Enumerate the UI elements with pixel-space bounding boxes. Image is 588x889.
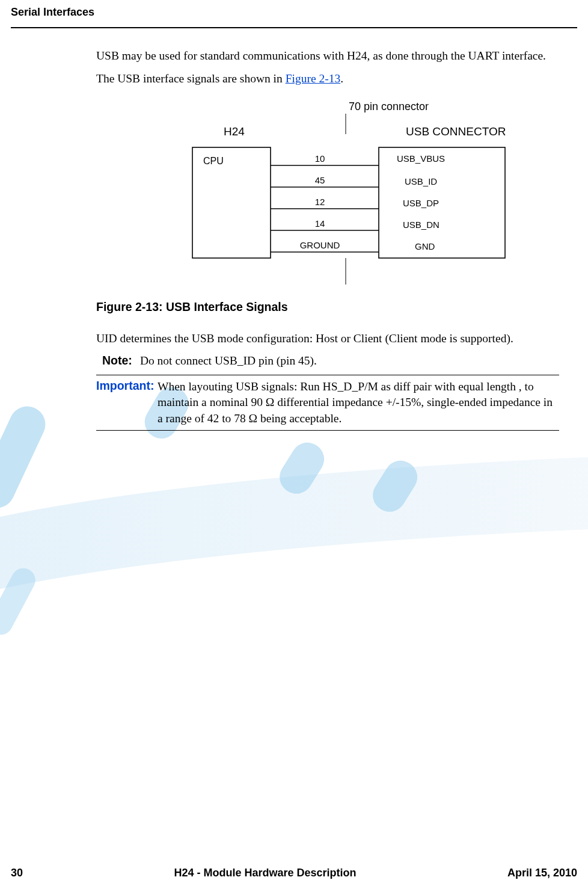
diagram-pin-4: GROUND xyxy=(300,240,340,250)
diagram-pin-2: 12 xyxy=(315,197,325,207)
diagram-signal-0: USB_VBUS xyxy=(397,153,445,164)
paragraph-2-suffix: . xyxy=(340,72,343,85)
svg-rect-2 xyxy=(274,437,330,500)
paragraph-3: UID determines the USB mode configuratio… xyxy=(96,331,559,346)
paragraph-2-prefix: The USB interface signals are shown in xyxy=(96,72,286,85)
figure-reference-link[interactable]: Figure 2-13 xyxy=(286,72,341,85)
figure-caption: Figure 2-13: USB Interface Signals xyxy=(96,300,559,314)
diagram-signal-1: USB_ID xyxy=(405,176,437,186)
important-top-rule xyxy=(96,375,559,375)
diagram-signal-4: GND xyxy=(415,241,435,251)
header-rule xyxy=(11,27,577,28)
page-footer: 30 H24 - Module Hardware Description Apr… xyxy=(11,867,577,879)
note-label: Note: xyxy=(96,354,137,368)
important-block: Important: When layouting USB signals: R… xyxy=(96,375,559,431)
important-label: Important: xyxy=(96,379,158,426)
diagram-right-title: USB CONNECTOR xyxy=(406,125,506,138)
svg-rect-3 xyxy=(367,455,423,518)
note-text: Do not connect USB_ID pin (pin 45). xyxy=(140,354,317,367)
running-header: Serial Interfaces xyxy=(11,6,577,28)
footer-page-number: 30 xyxy=(11,867,23,879)
diagram-signal-3: USB_DN xyxy=(403,220,439,230)
diagram-left-box-label: CPU xyxy=(203,156,224,166)
important-text: When layouting USB signals: Run HS_D_P/M… xyxy=(158,379,559,426)
svg-rect-4 xyxy=(0,564,40,639)
diagram-signal-2: USB_DP xyxy=(403,198,439,208)
svg-rect-0 xyxy=(0,401,51,514)
footer-date: April 15, 2010 xyxy=(507,867,577,879)
usb-interface-diagram: 70 pin connector H24 USB CONNECTOR CPU 1… xyxy=(168,99,565,286)
section-title: Serial Interfaces xyxy=(11,6,577,19)
diagram-pin-0: 10 xyxy=(315,153,325,164)
diagram-left-title: H24 xyxy=(224,125,245,138)
paragraph-1: USB may be used for standard communicati… xyxy=(96,48,559,64)
diagram-pin-1: 45 xyxy=(315,175,325,185)
svg-rect-7 xyxy=(379,147,505,258)
paragraph-2: The USB interface signals are shown in F… xyxy=(96,71,559,87)
main-content: USB may be used for standard communicati… xyxy=(96,48,559,431)
important-bottom-rule xyxy=(96,430,559,431)
footer-title: H24 - Module Hardware Description xyxy=(174,867,356,879)
diagram-top-label: 70 pin connector xyxy=(349,100,429,112)
note-block: Note: Do not connect USB_ID pin (pin 45)… xyxy=(96,354,559,368)
diagram-pin-3: 14 xyxy=(315,218,325,229)
